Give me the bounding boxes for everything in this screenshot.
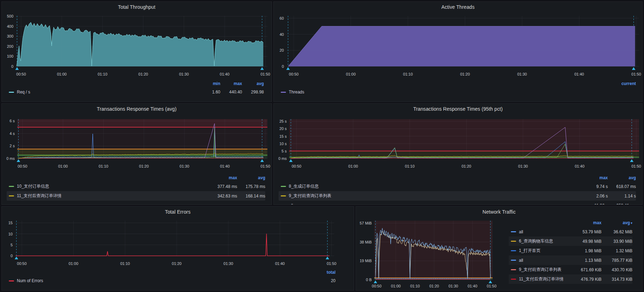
- legend-series-label[interactable]: 9_支付前查询订单列表: [289, 193, 580, 199]
- svg-text:01:10: 01:10: [120, 261, 130, 266]
- legend-column-min[interactable]: min: [199, 81, 220, 86]
- svg-text:01:30: 01:30: [448, 284, 458, 288]
- legend-value: 785.77 KiB: [601, 258, 632, 263]
- legend-value: 314.73 KiB: [601, 277, 632, 282]
- svg-text:400: 400: [7, 24, 13, 28]
- annotation-markers[interactable]: [15, 221, 329, 259]
- svg-text:20 s: 20 s: [279, 126, 287, 131]
- svg-text:5: 5: [11, 243, 13, 247]
- annotation-triangle-icon: [489, 280, 492, 283]
- legend-column-max[interactable]: max: [569, 220, 601, 225]
- legend-row[interactable]: 1_打开首页1.98 MiB1.32 MiB: [509, 246, 632, 255]
- legend-value: 1.60: [199, 90, 220, 95]
- grafana-dashboard: 010020030040050000:5001:0001:1001:2001:3…: [0, 0, 644, 292]
- legend-column-avg[interactable]: avg: [608, 175, 636, 180]
- legend: minmaxavgReq / s1.60440.40298.98: [7, 80, 264, 97]
- legend-series-label[interactable]: all: [519, 258, 569, 263]
- svg-text:01:40: 01:40: [220, 164, 230, 168]
- panel-title[interactable]: Total Errors: [2, 209, 354, 215]
- svg-text:00:50: 00:50: [289, 72, 299, 76]
- svg-text:01:20: 01:20: [429, 284, 439, 288]
- legend-value: 49.98 MiB: [569, 239, 601, 244]
- svg-text:0: 0: [11, 64, 13, 69]
- legend-series-label[interactable]: 8_生成订单信息: [289, 183, 580, 189]
- legend-row[interactable]: all1.13 MiB785.77 KiB: [509, 255, 632, 265]
- panel-title[interactable]: Network Traffic: [356, 209, 642, 215]
- legend-series-label[interactable]: 11_支付后查询订单详情: [17, 193, 209, 199]
- svg-text:01:40: 01:40: [220, 72, 230, 76]
- svg-text:0 ms: 0 ms: [278, 156, 287, 161]
- panel-title[interactable]: Transactions Response Times (avg): [2, 106, 272, 112]
- legend-column-avg[interactable]: avg▾: [601, 220, 632, 225]
- series-11_支付后查询订单详情: [376, 279, 490, 280]
- series-color-dash-icon: [511, 260, 516, 261]
- legend-row[interactable]: 8_生成订单信息9.74 s618.07 ms: [279, 182, 636, 191]
- svg-text:57 MiB: 57 MiB: [360, 221, 372, 225]
- panel-title[interactable]: Transactions Response Times (95th pct): [274, 106, 642, 112]
- svg-text:15 s: 15 s: [279, 134, 287, 138]
- x-axis: 00:5001:0001:1001:2001:3001:4001:50: [18, 164, 270, 168]
- legend-row[interactable]: 11_支付后查询订单详情476.79 KiB314.73 KiB: [509, 274, 632, 284]
- legend: maxavg8_生成订单信息9.74 s618.07 ms9_支付前查询订单列表…: [279, 174, 636, 205]
- legend-row[interactable]: 6_查询购物车信息49.98 MiB33.90 MiB: [509, 236, 632, 246]
- panel-response-times-avg: 0 ms2 s4 s6 s00:5001:0001:1001:2001:3001…: [1, 103, 272, 205]
- series-color-dash-icon: [9, 186, 14, 187]
- annotation-triangle-icon: [374, 280, 377, 283]
- legend-row[interactable]: Num of Errors20: [7, 276, 336, 285]
- legend-column-current[interactable]: current: [611, 81, 636, 86]
- annotation-triangle-icon: [17, 159, 20, 162]
- legend-row[interactable]: all53.79 MiB36.62 MiB: [509, 227, 632, 236]
- panel-total-throughput: 010020030040050000:5001:0001:1001:2001:3…: [1, 1, 272, 102]
- legend-row[interactable]: all11.36 s652.41 ms: [279, 201, 636, 205]
- legend-series-label[interactable]: all: [289, 203, 580, 205]
- legend: maxavg▾all53.79 MiB36.62 MiB6_查询购物车信息49.…: [509, 219, 632, 284]
- series-color-dash-icon: [511, 231, 516, 232]
- grid: [15, 221, 334, 256]
- legend-column-total[interactable]: total: [311, 270, 336, 275]
- legend-row[interactable]: 9_支付前查询订单列表2.06 s1.14 s: [279, 191, 636, 201]
- legend-column-avg[interactable]: avg: [237, 175, 265, 180]
- legend-series-label[interactable]: 10_支付订单信息: [17, 183, 209, 189]
- legend-row[interactable]: Threads: [279, 87, 636, 97]
- svg-text:0 ms: 0 ms: [6, 156, 15, 161]
- svg-text:200: 200: [7, 44, 13, 48]
- legend-row[interactable]: Req / s1.60440.40298.98: [7, 87, 264, 97]
- panel-title[interactable]: Total Throughput: [2, 4, 272, 10]
- legend-row[interactable]: 9_支付前查询订单列表671.69 KiB430.70 KiB: [509, 265, 632, 274]
- legend-series-label[interactable]: 1_打开首页: [519, 248, 569, 254]
- legend-series-label[interactable]: Req / s: [17, 90, 199, 95]
- svg-text:01:30: 01:30: [180, 164, 189, 168]
- legend-series-label[interactable]: Threads: [289, 90, 611, 95]
- y-axis: 0 ms5 s10 s15 s20 s25 s: [278, 119, 287, 161]
- legend-column-max[interactable]: max: [580, 175, 608, 180]
- legend-series-label[interactable]: Num of Errors: [17, 278, 311, 283]
- legend-value: 430.70 KiB: [601, 267, 632, 272]
- legend: maxavg10_支付订单信息377.48 ms175.78 ms11_支付后查…: [7, 174, 265, 201]
- svg-text:01:50: 01:50: [260, 164, 270, 168]
- svg-text:60: 60: [280, 16, 284, 20]
- legend-series-label[interactable]: 6_查询购物车信息: [519, 238, 569, 244]
- legend-column-max[interactable]: max: [220, 81, 242, 86]
- legend-series-label[interactable]: 9_支付前查询订单列表: [519, 267, 569, 273]
- legend-column-avg[interactable]: avg: [242, 81, 264, 86]
- svg-text:01:50: 01:50: [487, 284, 497, 288]
- svg-text:2 s: 2 s: [9, 144, 15, 148]
- legend-row[interactable]: 10_支付订单信息377.48 ms175.78 ms: [7, 182, 265, 191]
- panel-title[interactable]: Active Threads: [274, 4, 642, 10]
- x-axis: 00:5001:0001:1001:2001:3001:4001:50: [289, 72, 641, 76]
- legend-value: 671.69 KiB: [569, 267, 601, 272]
- legend-column-max[interactable]: max: [209, 175, 237, 180]
- svg-text:01:00: 01:00: [346, 72, 356, 76]
- y-axis: 0 B19 MiB38 MiB57 MiB: [360, 221, 372, 282]
- svg-text:01:50: 01:50: [327, 261, 337, 266]
- panel-total-errors: 05101500:5001:0001:1001:2001:3001:4001:5…: [1, 206, 354, 291]
- annotation-triangle-icon: [326, 257, 329, 259]
- legend-value: 298.98: [242, 90, 264, 95]
- legend-row[interactable]: 11_支付后查询订单详情342.63 ms168.14 ms: [7, 191, 265, 201]
- legend-value: 1.32 MiB: [601, 248, 632, 253]
- legend-series-label[interactable]: all: [519, 229, 569, 234]
- legend-value: 377.48 ms: [209, 184, 237, 189]
- legend-series-label[interactable]: 11_支付后查询订单详情: [519, 276, 569, 282]
- svg-text:00:50: 00:50: [17, 261, 27, 266]
- legend-header: maxavg: [7, 174, 265, 182]
